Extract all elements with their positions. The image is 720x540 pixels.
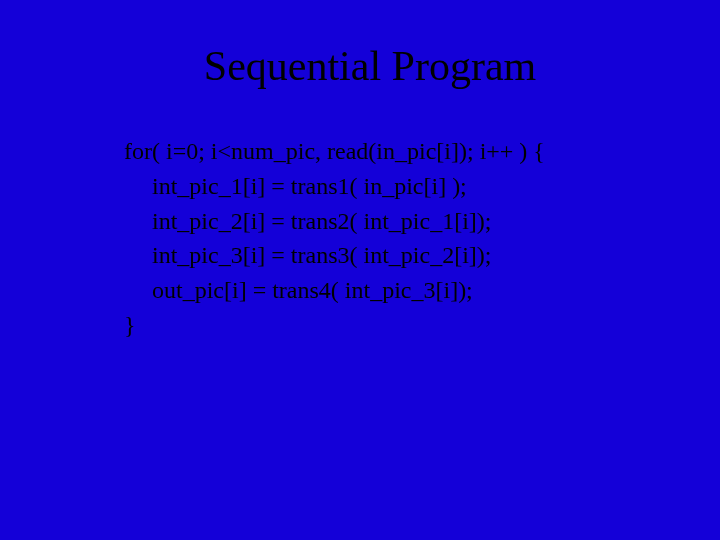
- code-line-1: int_pic_1[i] = trans1( in_pic[i] );: [124, 169, 660, 204]
- slide: Sequential Program for( i=0; i<num_pic, …: [0, 0, 720, 540]
- code-line-close: }: [124, 308, 660, 343]
- code-line-for: for( i=0; i<num_pic, read(in_pic[i]); i+…: [124, 134, 660, 169]
- code-block: for( i=0; i<num_pic, read(in_pic[i]); i+…: [124, 134, 660, 343]
- code-line-3: int_pic_3[i] = trans3( int_pic_2[i]);: [124, 238, 660, 273]
- slide-title: Sequential Program: [80, 42, 660, 90]
- code-line-2: int_pic_2[i] = trans2( int_pic_1[i]);: [124, 204, 660, 239]
- code-line-4: out_pic[i] = trans4( int_pic_3[i]);: [124, 273, 660, 308]
